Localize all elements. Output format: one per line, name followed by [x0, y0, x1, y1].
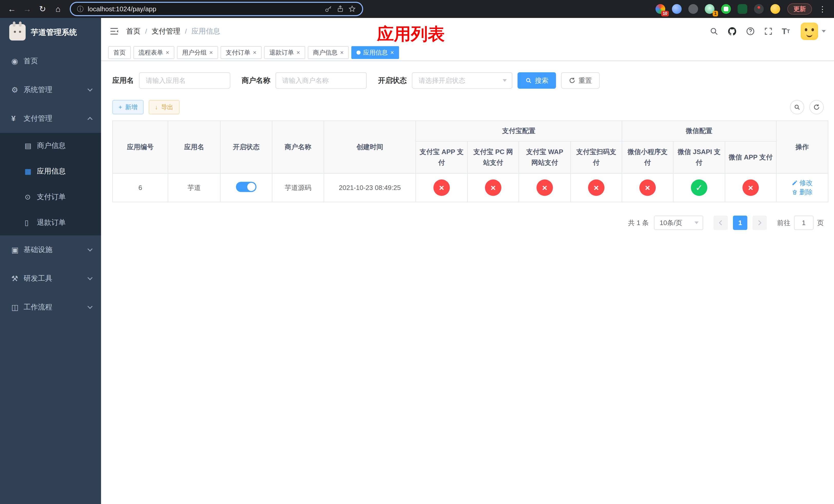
close-icon[interactable]: ×	[253, 49, 257, 55]
chevron-down-icon	[87, 86, 93, 92]
status-select[interactable]: 请选择开启状态	[412, 72, 512, 89]
app-name-input[interactable]	[139, 72, 230, 89]
extension-icon-6[interactable]	[738, 4, 747, 14]
cell-wx-app: ×	[725, 173, 776, 202]
column-header-alipay-wap: 支付宝 WAP 网站支付	[519, 141, 571, 173]
export-button[interactable]: ↓ 导出	[149, 100, 179, 114]
merchant-card-icon	[25, 141, 37, 150]
forward-icon[interactable]: →	[21, 2, 34, 16]
merchant-name-input[interactable]	[276, 72, 367, 89]
reload-icon[interactable]: ↻	[36, 2, 49, 16]
prev-page-button[interactable]	[714, 215, 728, 230]
app-frame: 芋道管理系统 首页 系统管理 支付管理 商户信息 应用信息	[0, 18, 834, 504]
breadcrumb-home[interactable]: 首页	[126, 26, 140, 36]
dashboard-icon	[11, 56, 24, 66]
tab-refund-order[interactable]: 退款订单×	[264, 46, 305, 59]
sidebar-item-dev-tools[interactable]: 研发工具	[0, 264, 101, 293]
sidebar-item-payment[interactable]: 支付管理	[0, 104, 101, 133]
column-header-wx-mini: 微信小程序支付	[622, 141, 673, 173]
yen-icon	[11, 114, 24, 123]
app-logo[interactable]: 芋道管理系统	[0, 18, 101, 47]
page-header: 首页 / 支付管理 / 应用信息 TT	[101, 18, 834, 45]
close-icon[interactable]: ×	[340, 49, 344, 55]
extension-icon-8[interactable]	[770, 4, 780, 14]
close-icon[interactable]: ×	[166, 49, 169, 55]
chevron-down-icon	[503, 79, 507, 82]
chevron-down-icon	[87, 275, 93, 280]
chrome-update-button[interactable]: 更新	[787, 3, 812, 15]
extension-icon-3[interactable]	[688, 4, 698, 14]
pagination: 共 1 条 10条/页 1 前往 页	[112, 215, 824, 230]
pencil-icon	[792, 180, 798, 186]
share-icon[interactable]	[336, 5, 344, 13]
column-header-actions: 操作	[776, 121, 828, 173]
app-table: 应用编号 应用名 开启状态 商户名称 创建时间 支付宝配置 微信配置 操作 支付…	[112, 120, 828, 202]
cell-created: 2021-10-23 08:49:25	[324, 173, 416, 202]
reset-button[interactable]: 重置	[561, 72, 599, 89]
extension-icon-4[interactable]: 1	[705, 4, 715, 14]
add-button[interactable]: + 新增	[112, 100, 144, 114]
infrastructure-icon	[11, 245, 24, 254]
breadcrumb-payment[interactable]: 支付管理	[152, 26, 180, 36]
search-icon[interactable]	[709, 27, 719, 36]
table-row: 6 芋道 芋道源码 2021-10-23 08:49:25 × × × × × …	[113, 173, 828, 202]
refresh-table-button[interactable]	[809, 100, 824, 114]
page-size-select[interactable]: 10条/页	[654, 215, 703, 230]
tab-pay-order[interactable]: 支付订单×	[221, 46, 262, 59]
search-button[interactable]: 搜索	[518, 72, 556, 89]
sidebar-item-infrastructure[interactable]: 基础设施	[0, 235, 101, 264]
key-icon[interactable]	[325, 5, 332, 13]
app-grid-icon	[25, 167, 37, 176]
collapse-sidebar-icon[interactable]	[109, 26, 119, 36]
tab-user-group[interactable]: 用户分组×	[177, 46, 218, 59]
trash-icon	[792, 189, 798, 196]
cell-wx-jsapi: ✓	[673, 173, 725, 202]
tab-home[interactable]: 首页	[108, 46, 131, 59]
font-size-icon[interactable]: TT	[782, 27, 790, 36]
url-text[interactable]: localhost:1024/pay/app	[88, 5, 321, 13]
search-icon	[794, 104, 800, 111]
extension-icon-2[interactable]	[672, 4, 682, 14]
extension-icon-7[interactable]	[754, 4, 764, 14]
home-icon[interactable]: ⌂	[51, 2, 65, 16]
page-number-1[interactable]: 1	[733, 215, 747, 230]
close-icon[interactable]: ×	[390, 49, 394, 55]
browser-menu-icon[interactable]: ⋮	[816, 5, 829, 14]
delete-button[interactable]: 删除	[792, 188, 813, 197]
column-header-id: 应用编号	[113, 121, 168, 173]
table-toolbar: + 新增 ↓ 导出	[112, 100, 824, 114]
column-header-status: 开启状态	[220, 121, 272, 173]
sidebar-item-merchant-info[interactable]: 商户信息	[0, 133, 101, 158]
help-icon[interactable]	[746, 27, 755, 36]
breadcrumb: 首页 / 支付管理 / 应用信息	[126, 26, 220, 36]
back-icon[interactable]: ←	[5, 2, 19, 16]
fullscreen-icon[interactable]	[764, 27, 773, 36]
extension-icon-5[interactable]	[721, 4, 731, 14]
edit-button[interactable]: 修改	[792, 178, 813, 187]
sidebar-item-system[interactable]: 系统管理	[0, 75, 101, 104]
site-info-icon[interactable]: ⓘ	[77, 5, 84, 14]
sidebar-item-home[interactable]: 首页	[0, 47, 101, 75]
user-menu[interactable]	[801, 23, 826, 40]
sidebar-item-pay-order[interactable]: 支付订单	[0, 184, 101, 210]
tab-process-form[interactable]: 流程表单×	[133, 46, 174, 59]
url-bar[interactable]: ⓘ localhost:1024/pay/app	[70, 2, 363, 16]
close-icon[interactable]: ×	[297, 49, 300, 55]
status-toggle[interactable]	[236, 182, 257, 192]
sidebar-item-refund-order[interactable]: 退款订单	[0, 210, 101, 235]
sidebar-item-app-info[interactable]: 应用信息	[0, 158, 101, 184]
bookmark-star-icon[interactable]	[348, 5, 356, 13]
column-group-alipay: 支付宝配置	[416, 121, 622, 141]
tab-merchant-info[interactable]: 商户信息×	[308, 46, 349, 59]
extension-icon-1[interactable]: 10	[656, 4, 665, 14]
extension-badge-orange: 1	[713, 11, 718, 17]
github-icon[interactable]	[727, 26, 737, 36]
close-icon[interactable]: ×	[209, 49, 213, 55]
tab-app-info[interactable]: 应用信息×	[351, 46, 399, 59]
goto-page-input[interactable]	[794, 215, 813, 230]
status-badge: ×	[743, 180, 759, 196]
sidebar-item-workflow[interactable]: 工作流程	[0, 293, 101, 321]
next-page-button[interactable]	[752, 215, 767, 230]
toggle-search-button[interactable]	[790, 100, 804, 114]
cell-status	[220, 173, 272, 202]
